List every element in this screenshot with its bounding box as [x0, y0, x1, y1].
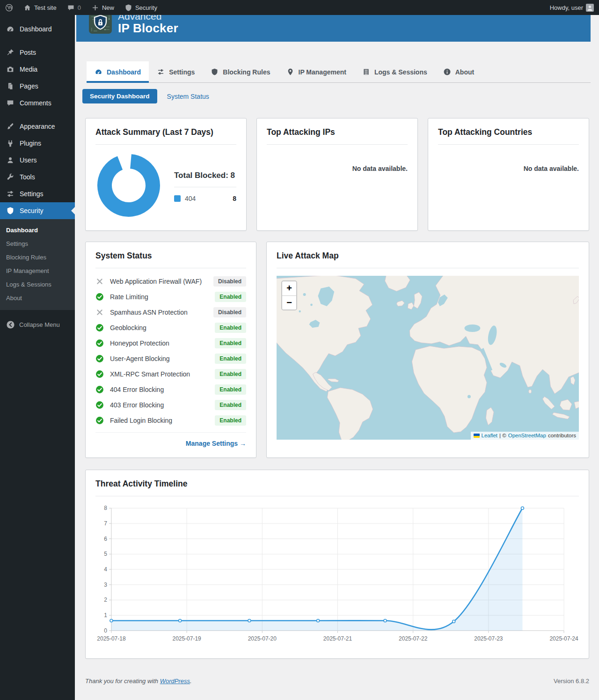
media-icon — [6, 65, 15, 74]
leaflet-map[interactable]: + − Leaflet | © OpenStreetMap contributo… — [277, 276, 579, 440]
sidebar-item-users[interactable]: Users — [0, 152, 75, 169]
wordpress-logo-icon — [5, 4, 13, 12]
submenu-item-about[interactable]: About — [0, 291, 75, 305]
world-map — [277, 276, 579, 440]
sliders-icon — [6, 190, 15, 198]
svg-text:2025-07-18: 2025-07-18 — [97, 635, 126, 642]
plugin-logo — [89, 13, 112, 34]
footer-thanks-suffix: . — [190, 678, 192, 685]
howdy-user-menu[interactable]: Howdy, user — [545, 0, 599, 15]
sidebar-item-pages[interactable]: Pages — [0, 78, 75, 95]
status-badge: Enabled — [215, 292, 246, 302]
x-mark-icon — [95, 308, 104, 317]
threat-timeline-title: Threat Activity Timeline — [95, 479, 579, 489]
tab-blocking-rules[interactable]: Blocking Rules — [203, 61, 278, 82]
status-row: XML-RPC Smart ProtectionEnabled — [95, 366, 246, 382]
subtab-security-dashboard[interactable]: Security Dashboard — [82, 89, 157, 103]
status-row: 403 Error BlockingEnabled — [95, 397, 246, 413]
tab-dashboard[interactable]: Dashboard — [87, 61, 149, 82]
manage-settings-link[interactable]: Manage Settings → — [186, 440, 246, 447]
submenu-item-settings[interactable]: Settings — [0, 237, 75, 251]
svg-text:2025-07-22: 2025-07-22 — [399, 635, 428, 642]
subtab-system-status[interactable]: System Status — [167, 93, 209, 100]
admin-footer: Thank you for creating with WordPress. V… — [85, 678, 589, 685]
status-badge: Enabled — [215, 384, 246, 395]
new-content-menu[interactable]: New — [86, 0, 119, 15]
status-row: Honeypot ProtectionEnabled — [95, 335, 246, 351]
attack-summary-card: Attack Summary (Last 7 Days) Total Block… — [85, 118, 247, 231]
wordpress-menu[interactable] — [0, 0, 18, 15]
collapse-menu-label: Collapse Menu — [19, 321, 60, 328]
sidebar-item-appearance[interactable]: Appearance — [0, 118, 75, 135]
sidebar-item-label: Plugins — [20, 140, 41, 147]
status-row: User-Agent BlockingEnabled — [95, 351, 246, 366]
leaflet-link[interactable]: Leaflet — [482, 433, 498, 438]
status-badge: Enabled — [215, 400, 246, 410]
plug-icon — [6, 139, 15, 147]
user-avatar — [586, 4, 594, 12]
map-zoom-in-button[interactable]: + — [282, 281, 296, 295]
status-badge: Disabled — [213, 307, 246, 317]
map-zoom-out-button[interactable]: − — [282, 295, 296, 309]
top-attacking-ips-card: Top Attacking IPs No data available. — [256, 118, 418, 231]
status-badge: Disabled — [213, 276, 246, 287]
wordpress-footer-link[interactable]: WordPress — [160, 678, 190, 685]
check-circle-icon — [95, 416, 104, 425]
submenu-item-blocking-rules[interactable]: Blocking Rules — [0, 251, 75, 264]
status-feature-label: XML-RPC Smart Protection — [110, 370, 209, 378]
attack-summary-donut-chart — [95, 152, 162, 221]
location-icon — [286, 68, 294, 76]
sidebar-item-label: Pages — [20, 82, 38, 90]
sidebar-item-settings[interactable]: Settings — [0, 185, 75, 202]
shield-icon — [124, 4, 132, 12]
sidebar-item-label: Comments — [20, 99, 51, 107]
sliders-icon — [157, 68, 165, 76]
tab-label: About — [455, 68, 474, 76]
sidebar-item-plugins[interactable]: Plugins — [0, 135, 75, 152]
svg-text:2025-07-19: 2025-07-19 — [173, 635, 202, 642]
sidebar-item-label: Posts — [20, 49, 36, 56]
sidebar-item-tools[interactable]: Tools — [0, 169, 75, 185]
svg-text:3: 3 — [104, 582, 107, 588]
svg-text:0: 0 — [104, 627, 107, 634]
sidebar-item-dashboard[interactable]: Dashboard — [0, 21, 75, 37]
sidebar-item-comments[interactable]: Comments — [0, 95, 75, 111]
openstreetmap-link[interactable]: OpenStreetMap — [508, 433, 546, 438]
collapse-menu-button[interactable]: Collapse Menu — [0, 317, 75, 333]
check-circle-icon — [95, 370, 104, 378]
map-attribution: Leaflet | © OpenStreetMap contributors — [471, 432, 579, 440]
sidebar-item-media[interactable]: Media — [0, 61, 75, 78]
status-feature-label: Failed Login Blocking — [110, 417, 209, 424]
pin-icon — [6, 48, 15, 57]
tab-ip-management[interactable]: IP Management — [278, 61, 354, 82]
status-feature-label: Geoblocking — [110, 324, 209, 332]
status-badge: Enabled — [215, 323, 246, 333]
status-feature-label: 403 Error Blocking — [110, 401, 209, 409]
brush-icon — [6, 122, 15, 131]
new-label: New — [102, 4, 114, 11]
security-adminbar-menu[interactable]: Security — [119, 0, 162, 15]
footer-thanks-text: Thank you for creating with WordPress. — [85, 678, 192, 685]
svg-text:5: 5 — [104, 551, 107, 557]
submenu-item-ip-management[interactable]: IP Management — [0, 264, 75, 278]
status-row: GeoblockingEnabled — [95, 320, 246, 335]
admin-sidebar: DashboardPostsMediaPagesCommentsAppearan… — [0, 15, 75, 700]
user-icon — [6, 156, 15, 164]
sidebar-item-posts[interactable]: Posts — [0, 44, 75, 61]
plugin-title-line2: IP Blocker — [118, 22, 178, 35]
status-badge: Enabled — [215, 369, 246, 379]
tab-about[interactable]: About — [435, 61, 482, 82]
submenu-item-dashboard[interactable]: Dashboard — [0, 223, 75, 237]
comment-icon — [6, 99, 15, 107]
legend-color-swatch — [174, 195, 181, 202]
sidebar-item-security[interactable]: Security — [0, 202, 75, 219]
tab-settings[interactable]: Settings — [149, 61, 203, 82]
tab-logs-sessions[interactable]: Logs & Sessions — [354, 61, 435, 82]
top-attacking-ips-title: Top Attacking IPs — [267, 127, 408, 137]
status-row: Failed Login BlockingEnabled — [95, 413, 246, 428]
comments-menu[interactable]: 0 — [62, 0, 86, 15]
site-name-menu[interactable]: Test site — [18, 0, 62, 15]
status-row: Spamhaus ASN ProtectionDisabled — [95, 304, 246, 320]
submenu-item-logs-sessions[interactable]: Logs & Sessions — [0, 278, 75, 291]
status-feature-label: Web Application Firewall (WAF) — [110, 278, 207, 285]
